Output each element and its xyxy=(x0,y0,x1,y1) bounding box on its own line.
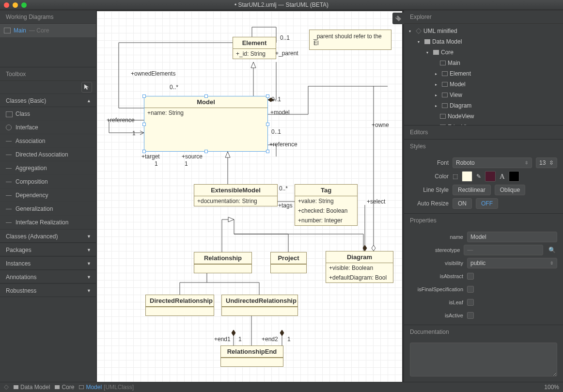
font-select[interactable]: Roboto⇳ xyxy=(453,157,532,168)
is-leaf-label: isLeaf xyxy=(410,299,463,305)
label-zero-one-2: 0..1 xyxy=(271,96,281,103)
is-abstract-label: isAbstract xyxy=(410,273,463,279)
zoom-level[interactable]: 100% xyxy=(544,384,559,391)
tree-node-nodeview[interactable]: NodeView xyxy=(404,111,563,122)
tree-node-root[interactable]: ▾UML minified xyxy=(404,26,563,36)
text-color-swatch[interactable] xyxy=(509,171,519,182)
class-model[interactable]: Model +name: String xyxy=(144,96,268,152)
class-icon xyxy=(442,103,448,108)
cube-icon xyxy=(416,28,422,34)
is-final-checkbox[interactable] xyxy=(467,286,474,293)
line-color-swatch[interactable] xyxy=(485,171,496,182)
toolbox-item-composition[interactable]: Composition xyxy=(0,175,96,188)
breadcrumb-core[interactable]: Core xyxy=(55,384,74,391)
search-icon[interactable]: 🔍 xyxy=(547,245,557,255)
toolbox-item-class[interactable]: Class xyxy=(0,107,96,121)
tree-node-edgeview[interactable]: EdgeView xyxy=(404,122,563,125)
toolbox-item-dependency[interactable]: Dependency xyxy=(0,188,96,202)
name-input[interactable] xyxy=(467,232,557,242)
cursor-icon xyxy=(84,84,90,91)
label-model-role: +model xyxy=(270,109,290,116)
chevron-right-icon: ▸ xyxy=(435,93,440,97)
collapse-right-panel-button[interactable] xyxy=(392,13,404,24)
explorer-tree: ▾UML minified ▾Data Model ▾Core Main ▸El… xyxy=(404,24,563,125)
fill-color-swatch[interactable] xyxy=(462,171,472,182)
tree-node-diagram[interactable]: ▸Diagram xyxy=(404,100,563,111)
working-diagrams-list: Main — Core xyxy=(0,24,96,67)
tree-node-data-model[interactable]: ▾Data Model xyxy=(404,36,563,47)
class-directed-relationship[interactable]: DirectedRelationship xyxy=(145,295,214,316)
explorer-header: Explorer xyxy=(404,10,563,24)
auto-resize-on[interactable]: ON xyxy=(453,198,472,209)
chevron-down-icon: ▾ xyxy=(418,40,422,44)
toolbox-item-aggregation[interactable]: Aggregation xyxy=(0,161,96,175)
stereotype-input[interactable] xyxy=(464,245,543,255)
stereotype-label: stereotype xyxy=(410,247,460,253)
breadcrumb-data-model[interactable]: Data Model xyxy=(14,384,50,391)
chevron-down-icon: ▼ xyxy=(87,270,91,284)
visibility-label: visibility xyxy=(410,260,463,266)
class-diagram[interactable]: Diagram +visible: Boolean +defaultDiagra… xyxy=(326,251,393,283)
class-extensible-model[interactable]: ExtensibleModel +documentation: String xyxy=(194,184,278,206)
diagram-canvas[interactable]: _parent should refer to the El Element +… xyxy=(96,10,404,382)
cursor-tool[interactable] xyxy=(81,82,92,93)
working-diagram-item[interactable]: Main — Core xyxy=(0,24,96,37)
class-element[interactable]: Element +_id: String xyxy=(233,37,276,59)
toolbox-cat-annotations[interactable]: Annotations▼ xyxy=(0,270,96,283)
class-relationship[interactable]: Relationship xyxy=(194,252,252,273)
line-style-oblique[interactable]: Oblique xyxy=(495,185,525,195)
uml-note[interactable]: _parent should refer to the El xyxy=(309,30,391,50)
chevron-down-icon: ▼ xyxy=(87,230,91,243)
toolbox-item-directed-association[interactable]: Directed Association xyxy=(0,148,96,161)
label-end2: +end2 xyxy=(262,336,278,343)
toolbox-item-interface[interactable]: Interface xyxy=(0,121,96,134)
breadcrumb-model[interactable]: Model[UMLClass] xyxy=(79,384,134,391)
toolbox-cat-classes-basic[interactable]: Classes (Basic)▲ xyxy=(0,94,96,107)
line-style-rectilinear[interactable]: Rectilinear xyxy=(453,185,491,195)
toolbox-cat-instances[interactable]: Instances▼ xyxy=(0,256,96,270)
toolbox-cat-packages[interactable]: Packages▼ xyxy=(0,243,96,256)
properties-body: name stereotype🔍 visibilitypublic⇳ isAbs… xyxy=(404,227,563,325)
auto-resize-label: Auto Resize xyxy=(410,200,449,207)
minimize-icon[interactable] xyxy=(13,2,18,8)
tree-node-view[interactable]: ▸View xyxy=(404,90,563,100)
label-reference-role: +reference xyxy=(269,141,297,148)
working-diagram-name: Main xyxy=(14,27,26,34)
toolbox-item-interface-realization[interactable]: Interface Realization xyxy=(0,216,96,229)
is-abstract-checkbox[interactable] xyxy=(467,273,474,280)
diagram-icon xyxy=(440,61,446,65)
class-undirected-relationship[interactable]: UndirectedRelationship xyxy=(221,295,298,316)
maximize-icon[interactable] xyxy=(21,2,27,8)
chevron-up-icon: ▲ xyxy=(87,94,91,108)
documentation-header: Documentation xyxy=(404,325,563,339)
auto-resize-off[interactable]: OFF xyxy=(476,198,498,209)
diagram-paper[interactable]: _parent should refer to the El Element +… xyxy=(97,11,402,382)
class-relationship-end[interactable]: RelationshipEnd xyxy=(220,345,283,367)
is-active-checkbox[interactable] xyxy=(467,312,474,319)
text-icon[interactable]: A xyxy=(500,172,505,181)
breadcrumb-root[interactable] xyxy=(4,385,9,390)
bucket-icon[interactable]: ⬚ xyxy=(453,173,458,180)
close-icon[interactable] xyxy=(4,2,9,8)
font-size-stepper[interactable]: 13⇳ xyxy=(536,157,557,168)
toolbox-cat-classes-advanced[interactable]: Classes (Advanced)▼ xyxy=(0,229,96,243)
label-owned-elements: +ownedElements xyxy=(131,70,175,77)
class-project[interactable]: Project xyxy=(270,252,307,273)
documentation-textarea[interactable] xyxy=(410,343,557,376)
model-icon xyxy=(14,385,18,389)
toolbox-item-generalization[interactable]: Generalization xyxy=(0,202,96,216)
toolbox-item-association[interactable]: Association xyxy=(0,134,96,148)
tree-node-element[interactable]: ▸Element xyxy=(404,68,563,79)
is-leaf-checkbox[interactable] xyxy=(467,299,474,306)
tree-node-model[interactable]: ▸Model xyxy=(404,79,563,90)
pencil-icon[interactable]: ✎ xyxy=(476,173,481,180)
tree-node-main[interactable]: Main xyxy=(404,58,563,68)
visibility-select[interactable]: public⇳ xyxy=(467,258,557,268)
class-tag[interactable]: Tag +value: String +checked: Boolean +nu… xyxy=(295,184,358,226)
label-target: +target xyxy=(141,153,160,160)
tree-node-core[interactable]: ▾Core xyxy=(404,47,563,58)
styles-header: Styles xyxy=(404,140,563,153)
chevron-updown-icon: ⇳ xyxy=(550,261,554,266)
toolbox-cat-robustness[interactable]: Robustness▼ xyxy=(0,283,96,297)
class-icon xyxy=(442,93,448,97)
